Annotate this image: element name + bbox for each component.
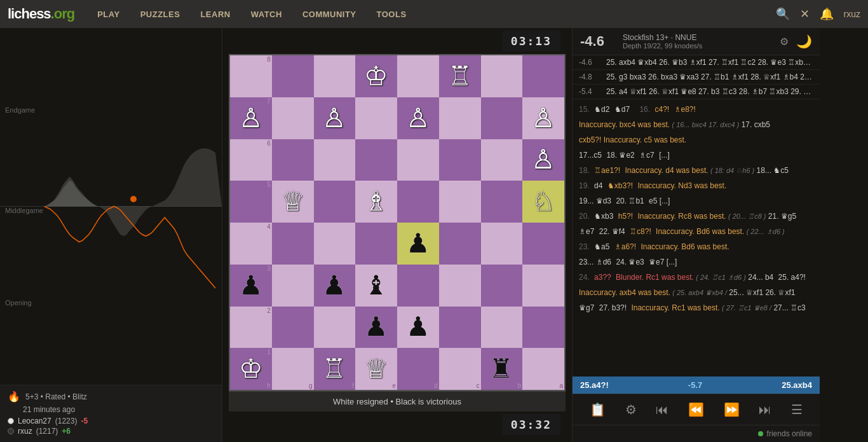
square-f2[interactable] bbox=[314, 307, 356, 349]
square-b7[interactable] bbox=[481, 97, 523, 139]
move-23[interactable]: 23. ♞a5 ♗a6?! Inaccuracy. Bd6 was best. bbox=[573, 239, 820, 254]
square-h7[interactable]: ♙7 bbox=[230, 97, 272, 139]
square-h2[interactable]: 2 bbox=[230, 307, 272, 349]
nav-community[interactable]: COMMUNITY bbox=[299, 7, 360, 22]
square-h5[interactable]: 5 bbox=[230, 181, 272, 223]
bell-icon[interactable]: 🔔 bbox=[820, 7, 834, 21]
square-a5[interactable]: ♘ bbox=[522, 181, 564, 223]
square-f8[interactable] bbox=[314, 55, 356, 97]
move-15[interactable]: 15. ♞d2 ♞d7 16. c4?! ♗e8?! bbox=[573, 102, 820, 117]
next-var-btn[interactable]: ⏩ bbox=[719, 399, 745, 420]
square-f3[interactable]: ♟ bbox=[314, 265, 356, 307]
square-d3[interactable] bbox=[397, 265, 439, 307]
username[interactable]: rxuz bbox=[844, 9, 860, 19]
engine-line-1[interactable]: -4.6 25. axb4 ♛xb4 26. ♛b3 ♗xf1 27. ♖xf1… bbox=[573, 55, 820, 70]
square-h6[interactable]: 6 bbox=[230, 139, 272, 181]
square-c3[interactable] bbox=[439, 265, 481, 307]
square-h3[interactable]: ♟3 bbox=[230, 265, 272, 307]
square-d1[interactable]: d bbox=[397, 348, 439, 390]
square-g8[interactable] bbox=[272, 55, 314, 97]
square-f1[interactable]: ♖f bbox=[314, 348, 356, 390]
nav-learn[interactable]: LEARN bbox=[196, 7, 234, 22]
square-b3[interactable] bbox=[481, 265, 523, 307]
last-btn[interactable]: ⏭ bbox=[754, 400, 776, 420]
square-c2[interactable] bbox=[439, 307, 481, 349]
square-b2[interactable] bbox=[481, 307, 523, 349]
square-e6[interactable] bbox=[355, 139, 397, 181]
square-e8[interactable]: ♔ bbox=[355, 55, 397, 97]
square-d2[interactable]: ♟ bbox=[397, 307, 439, 349]
square-f4[interactable] bbox=[314, 223, 356, 265]
square-b6[interactable] bbox=[481, 139, 523, 181]
square-c7[interactable] bbox=[439, 97, 481, 139]
square-h4[interactable]: 4 bbox=[230, 223, 272, 265]
square-b5[interactable] bbox=[481, 181, 523, 223]
square-e2[interactable]: ♟ bbox=[355, 307, 397, 349]
engine-line-3[interactable]: -5.4 25. a4 ♕xf1 26. ♕xf1 ♛e8 27. b3 ♖c3… bbox=[573, 85, 820, 99]
square-h1[interactable]: ♔1h bbox=[230, 348, 272, 390]
square-f6[interactable] bbox=[314, 139, 356, 181]
line3-moves: 25. a4 ♕xf1 26. ♕xf1 ♛e8 27. b3 ♖c3 28. … bbox=[606, 87, 813, 96]
square-g3[interactable] bbox=[272, 265, 314, 307]
search-icon[interactable]: 🔍 bbox=[776, 7, 790, 21]
move-18[interactable]: 18. ♖ae1?! Inaccuracy. d4 was best. ( 18… bbox=[573, 163, 820, 178]
move-22[interactable]: ♗e7 22. ♛f4 ♖c8?! Inaccuracy. Bd6 was be… bbox=[573, 224, 820, 239]
square-a6[interactable]: ♙ bbox=[522, 139, 564, 181]
square-g7[interactable] bbox=[272, 97, 314, 139]
engine-line-2[interactable]: -4.8 25. g3 bxa3 26. bxa3 ♛xa3 27. ♖b1 ♗… bbox=[573, 70, 820, 85]
square-d6[interactable] bbox=[397, 139, 439, 181]
square-a2[interactable] bbox=[522, 307, 564, 349]
move-24[interactable]: 24. a3?? Blunder. Rc1 was best. ( 24. ♖c… bbox=[573, 270, 820, 285]
square-c6[interactable] bbox=[439, 139, 481, 181]
square-c8[interactable]: ♖ bbox=[439, 55, 481, 97]
settings-icon[interactable]: ⚙ bbox=[780, 36, 789, 48]
square-d5[interactable] bbox=[397, 181, 439, 223]
first-btn[interactable]: ⏮ bbox=[651, 400, 674, 420]
square-b8[interactable] bbox=[481, 55, 523, 97]
square-a8[interactable] bbox=[522, 55, 564, 97]
notation-btn[interactable]: 📋 bbox=[585, 399, 611, 420]
square-g5[interactable]: ♕ bbox=[272, 181, 314, 223]
move-17[interactable]: 17...c5 18. ♛e2 ♗c7 [...] bbox=[573, 148, 820, 163]
square-a4[interactable] bbox=[522, 223, 564, 265]
square-g2[interactable] bbox=[272, 307, 314, 349]
square-e3[interactable]: ♝ bbox=[355, 265, 397, 307]
square-e1[interactable]: ♕e bbox=[355, 348, 397, 390]
square-g6[interactable] bbox=[272, 139, 314, 181]
square-e7[interactable] bbox=[355, 97, 397, 139]
square-f5[interactable] bbox=[314, 181, 356, 223]
square-e4[interactable] bbox=[355, 223, 397, 265]
move-19[interactable]: 19. d4 ♞xb3?! Inaccuracy. Nd3 was best. bbox=[573, 178, 820, 193]
current-move-bar[interactable]: 25.a4?! -5.7 25.axb4 bbox=[573, 376, 820, 394]
square-c5[interactable] bbox=[439, 181, 481, 223]
chess-board[interactable]: 8♔♖♙7♙♙♙6♙5♕♗♘4♟♟3♟♝2♟♟♔1hg♖f♕edc♜ba bbox=[229, 54, 566, 391]
move-20[interactable]: 20. ♞xb3 h5?! Inaccuracy. Rc8 was best. … bbox=[573, 209, 820, 224]
nav-watch[interactable]: WATCH bbox=[247, 7, 286, 22]
square-d4[interactable]: ♟ bbox=[397, 223, 439, 265]
square-e5[interactable]: ♗ bbox=[355, 181, 397, 223]
square-a7[interactable]: ♙ bbox=[522, 97, 564, 139]
nav-puzzles[interactable]: PUZZLES bbox=[137, 7, 184, 22]
square-b4[interactable] bbox=[481, 223, 523, 265]
logo[interactable]: lichess.org bbox=[8, 6, 74, 22]
square-b1[interactable]: ♜b bbox=[481, 348, 523, 390]
square-d8[interactable] bbox=[397, 55, 439, 97]
prev-var-btn[interactable]: ⏪ bbox=[683, 399, 709, 420]
square-f7[interactable]: ♙ bbox=[314, 97, 356, 139]
square-h8[interactable]: 8 bbox=[230, 55, 272, 97]
eval-graph[interactable]: Endgame Middlegame Opening bbox=[0, 28, 222, 385]
square-c4[interactable] bbox=[439, 223, 481, 265]
close-icon[interactable]: ✕ bbox=[800, 7, 810, 21]
engine-btn[interactable]: ⚙ bbox=[620, 399, 642, 420]
move-list[interactable]: 15. ♞d2 ♞d7 16. c4?! ♗e8?! Inaccuracy. b… bbox=[573, 99, 820, 376]
nav-tools[interactable]: TOOLS bbox=[373, 7, 410, 22]
square-g1[interactable]: g bbox=[272, 348, 314, 390]
square-c1[interactable]: c bbox=[439, 348, 481, 390]
square-d7[interactable]: ♙ bbox=[397, 97, 439, 139]
square-a3[interactable] bbox=[522, 265, 564, 307]
square-a1[interactable]: a bbox=[522, 348, 564, 390]
square-g4[interactable] bbox=[272, 223, 314, 265]
engine-toggle[interactable]: 🌙 bbox=[796, 34, 812, 49]
nav-play[interactable]: PLAY bbox=[93, 7, 123, 22]
menu-btn[interactable]: ☰ bbox=[786, 399, 808, 420]
